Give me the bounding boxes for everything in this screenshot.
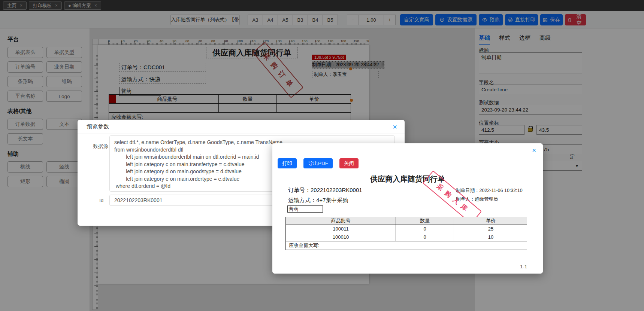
preview-table-cell: 100010 [286, 233, 396, 241]
preview-table-cell: 0 [396, 233, 454, 241]
preview-table-header-cell: 数量 [396, 217, 454, 225]
preview-table-footer: 应收金额大写: [286, 241, 527, 250]
preview-table-cell: 100011 [286, 225, 396, 233]
export-pdf-button[interactable]: 导出PDF [303, 158, 333, 168]
preview-table-row: 100010 0 10 [286, 233, 527, 241]
preview-table-cell: 0 [396, 225, 454, 233]
preview-table-header-row: 商品批号 数量 单价 [286, 217, 527, 225]
datasource-label: 数据源 [89, 143, 108, 150]
preview-table-row: 100011 0 25 [286, 225, 527, 233]
preview-transport: 运输方式：4+7集中采购 [288, 197, 348, 204]
modal-title: 预览参数 [87, 123, 109, 130]
close-icon[interactable]: × [532, 146, 536, 155]
modal-header: 预览参数 × [78, 120, 405, 134]
preview-drug-type: 普药 [287, 205, 323, 213]
close-icon[interactable]: × [393, 123, 397, 131]
preview-order-no: 订单号：2022102203RK0001 [288, 187, 362, 194]
preview-doc-title: 供应商入库随货同行单 [272, 174, 543, 184]
preview-actions: 打印 导出PDF 关闭 [278, 158, 359, 168]
print-preview-modal: × 打印 导出PDF 关闭 供应商入库随货同行单 订单号：2022102203R… [272, 143, 543, 274]
app-window: 主页 × 打印模板 × ● 编辑方案 × 入库随货同行单（列表式）【带 A3 A… [0, 0, 644, 311]
close-button[interactable]: 关闭 [339, 158, 359, 168]
preview-table-header-cell: 单价 [454, 217, 527, 225]
preview-table-cell: 10 [454, 233, 527, 241]
page-number: 1-1 [520, 264, 527, 269]
preview-table-header-cell: 商品批号 [286, 217, 396, 225]
preview-table-cell: 25 [454, 225, 527, 233]
id-label: Id [99, 198, 103, 203]
preview-data-table: 商品批号 数量 单价 100011 0 25 100010 0 10 [285, 217, 527, 250]
preview-create-date: 制单日期：2022-11-06 10:32:10 [456, 187, 523, 194]
print-button[interactable]: 打印 [278, 158, 297, 168]
